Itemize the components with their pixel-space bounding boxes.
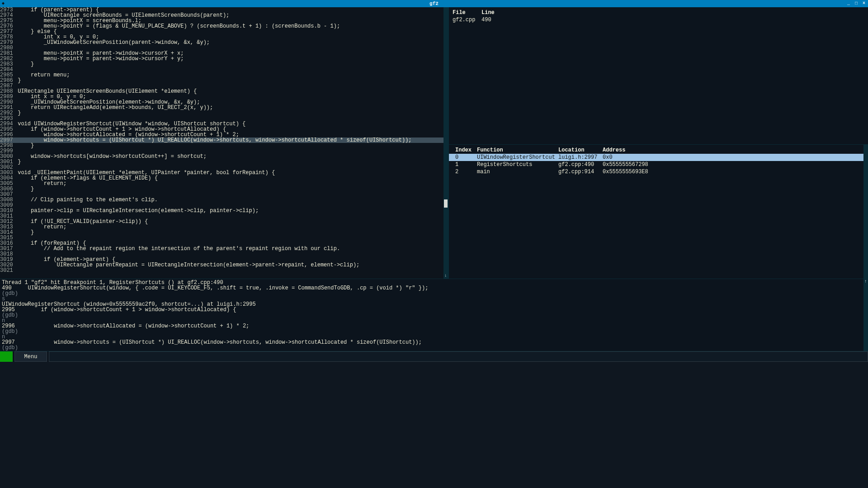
close-icon[interactable]: × — [860, 0, 868, 7]
minimize-icon[interactable]: _ — [845, 0, 852, 7]
titlebar: ◆ gf2 _ □ × — [0, 0, 868, 7]
line-text: window->shortcuts[window->shortcutCount+… — [14, 154, 207, 159]
stack-head-location: Location — [558, 147, 603, 153]
terminal-line: (gdb) — [2, 345, 866, 351]
source-line[interactable]: 3005 return; — [0, 181, 448, 186]
terminal-line: 490 UIWindowRegisterShortcut(window, { .… — [2, 285, 866, 291]
line-text: return UIRectangleAdd(element->bounds, U… — [14, 105, 213, 110]
source-line[interactable]: 2992 } — [0, 110, 448, 116]
files-row-file: gf2.cpp — [453, 17, 481, 23]
right-column: File Line gf2.cpp490 Index Function Loca… — [448, 7, 868, 279]
source-line[interactable]: 2979 _UIWindowGetScreenPosition(parent->… — [0, 40, 448, 45]
line-text: menu->pointY = (flags & UI_MENU_PLACE_AB… — [14, 24, 340, 29]
stack-row-address: 0x555555567298 — [603, 161, 657, 168]
line-text: menu->pointY = parent->window->cursorY +… — [14, 56, 184, 62]
source-line[interactable]: 2997 window->shortcuts = (UIShortcut *) … — [0, 137, 448, 143]
source-line[interactable]: 2991 return UIRectangleAdd(element->boun… — [0, 105, 448, 110]
line-text: UIRectangle parentRepaint = UIRectangleI… — [14, 262, 359, 268]
line-text — [14, 268, 18, 273]
stack-row-address: 0x5555555693E8 — [603, 169, 657, 175]
line-text: painter->clip = UIRectangleIntersection(… — [14, 208, 259, 213]
files-row[interactable]: gf2.cpp490 — [453, 16, 864, 24]
terminal-line: 2995 if (window->shortcutCount + 1 > win… — [2, 307, 866, 313]
stack-head-address: Address — [603, 147, 657, 153]
stack-row[interactable]: 2maingf2.cpp:9140x5555555693E8 — [449, 168, 868, 175]
stack-row-function: UIWindowRegisterShortcut — [477, 154, 558, 161]
stack-row-address: 0x0 — [603, 154, 657, 161]
stack-row-index: 1 — [455, 161, 477, 168]
stack-row-location: gf2.cpp:914 — [558, 169, 603, 175]
stack-row-index: 0 — [455, 154, 477, 161]
line-text: window->shortcuts = (UIShortcut *) UI_RE… — [14, 137, 412, 143]
line-text: return menu; — [14, 72, 70, 78]
source-line[interactable]: 3004 if (element->flags & UI_ELEMENT_HID… — [0, 175, 448, 181]
stack-row-location: luigi.h:2997 — [558, 154, 603, 161]
files-row-line: 490 — [481, 17, 509, 23]
source-line[interactable]: 3008 // Clip painting to the element's c… — [0, 197, 448, 203]
source-line[interactable]: 2998 } — [0, 143, 448, 148]
source-line[interactable]: 3000 window->shortcuts[window->shortcutC… — [0, 154, 448, 159]
source-line[interactable]: 3010 painter->clip = UIRectangleIntersec… — [0, 208, 448, 213]
terminal-line: 2996 window->shortcutAllocated = (window… — [2, 323, 866, 329]
maximize-icon[interactable]: □ — [853, 0, 860, 7]
terminal-scrollbar[interactable]: ↑ — [863, 279, 868, 351]
source-line[interactable]: 2986 } — [0, 78, 448, 83]
stack-head-index: Index — [455, 147, 477, 153]
files-head-line: Line — [481, 9, 509, 16]
run-status-indicator[interactable] — [0, 351, 13, 362]
source-line[interactable]: 3012 if (!UI_RECT_VALID(painter->clip)) … — [0, 219, 448, 224]
stack-row[interactable]: 1RegisterShortcutsgf2.cpp:4900x555555567… — [449, 161, 868, 168]
command-input[interactable] — [49, 351, 868, 362]
terminal-line: 2997 window->shortcuts = (UIShortcut *) … — [2, 340, 866, 345]
gdb-terminal[interactable]: Thread 1 "gf2" hit Breakpoint 1, Registe… — [0, 279, 868, 351]
scrollbar-down-icon[interactable]: ↓ — [443, 273, 448, 279]
source-scrollbar-thumb[interactable] — [444, 199, 448, 208]
line-text: // Add to the repaint region the interse… — [14, 246, 340, 251]
menu-button[interactable]: Menu — [14, 351, 47, 362]
source-line[interactable]: 2982 menu->pointY = parent->window->curs… — [0, 56, 448, 62]
stack-row-location: gf2.cpp:490 — [558, 161, 603, 168]
terminal-line: (gdb) — [2, 329, 866, 334]
window-title: gf2 — [429, 1, 439, 6]
source-line[interactable]: 3021 — [0, 268, 448, 273]
files-pane[interactable]: File Line gf2.cpp490 — [449, 7, 868, 145]
stack-row[interactable]: 0UIWindowRegisterShortcutluigi.h:29970x0 — [449, 154, 868, 161]
stack-head-function: Function — [477, 147, 558, 153]
stack-scrollbar[interactable] — [863, 145, 868, 279]
stack-row-function: main — [477, 169, 558, 175]
main-split: 2973 if (parent->parent) {2974 UIRectang… — [0, 7, 868, 279]
titlebar-appmenu-icon[interactable]: ◆ — [0, 0, 6, 7]
line-number: 3021 — [0, 268, 14, 273]
line-text: // Clip painting to the element's clip. — [14, 197, 158, 203]
source-line[interactable]: 2983 } — [0, 62, 448, 67]
stack-row-index: 2 — [455, 169, 477, 175]
source-pane[interactable]: 2973 if (parent->parent) {2974 UIRectang… — [0, 7, 448, 279]
stack-row-function: RegisterShortcuts — [477, 161, 558, 168]
source-scrollbar[interactable]: ↓ — [443, 7, 448, 279]
source-line[interactable]: 2985 return menu; — [0, 72, 448, 78]
terminal-line: (gdb) — [2, 313, 866, 318]
source-line[interactable]: 2976 menu->pointY = (flags & UI_MENU_PLA… — [0, 24, 448, 29]
source-line[interactable]: 3001 } — [0, 159, 448, 165]
terminal-line: (gdb) — [2, 291, 866, 296]
scrollbar-up-icon[interactable]: ↑ — [863, 279, 868, 284]
bottom-bar: Menu — [0, 351, 868, 362]
line-text: _UIWindowGetScreenPosition(parent->windo… — [14, 40, 210, 45]
files-head-file: File — [453, 9, 481, 16]
menu-button-label: Menu — [24, 354, 38, 360]
source-line[interactable]: 3014 } — [0, 230, 448, 235]
source-line[interactable]: 3020 UIRectangle parentRepaint = UIRecta… — [0, 262, 448, 268]
source-line[interactable]: 3006 } — [0, 186, 448, 192]
source-line[interactable]: 3013 return; — [0, 224, 448, 230]
stack-pane[interactable]: Index Function Location Address 0UIWindo… — [449, 145, 868, 279]
source-line[interactable]: 3017 // Add to the repaint region the in… — [0, 246, 448, 251]
